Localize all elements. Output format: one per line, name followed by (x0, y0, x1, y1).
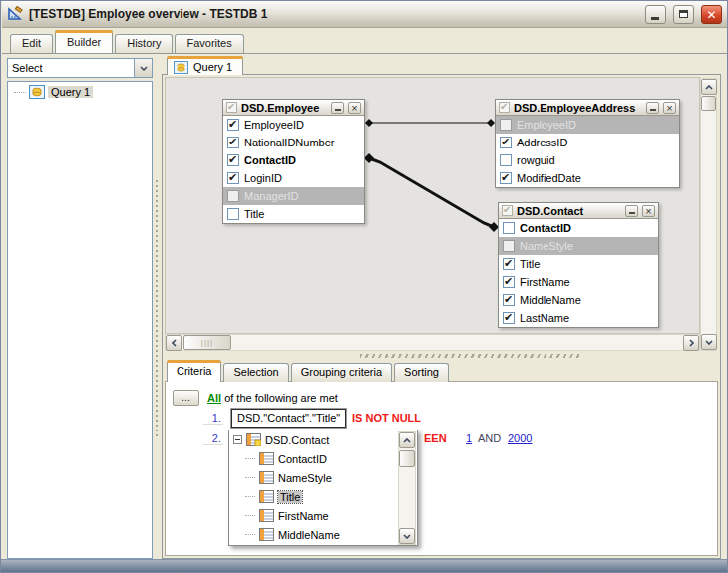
table-dsd-contact[interactable]: DSD.Contact ContactID NameStyle Title Fi… (498, 202, 659, 328)
splitter-grip (156, 180, 158, 439)
criteria-row2-number[interactable]: 2. (203, 432, 223, 445)
checkbox-icon[interactable] (500, 137, 512, 148)
checkbox-icon[interactable] (503, 312, 515, 324)
field-row[interactable]: Title (223, 205, 364, 223)
criteria-row2-value1[interactable]: 1 (466, 432, 472, 444)
diagram-vscrollbar[interactable] (700, 78, 717, 351)
dropdown-item[interactable]: MiddleName (229, 525, 417, 544)
minimize-table-button[interactable] (625, 205, 638, 217)
tree-connector (245, 496, 255, 497)
field-row[interactable]: EmployeeID (223, 116, 364, 134)
query-tree[interactable]: Query 1 (7, 81, 153, 559)
field-row[interactable]: LoginID (223, 169, 364, 187)
join-line-employeeid[interactable] (365, 119, 495, 127)
table-dsd-employeeaddress[interactable]: DSD.EmployeeAddress EmployeeID AddressID… (495, 99, 680, 188)
scroll-left-button[interactable] (166, 335, 182, 351)
window-bottom-edge[interactable] (1, 559, 728, 572)
close-table-button[interactable] (348, 102, 361, 114)
field-row[interactable]: ContactID (499, 219, 658, 237)
criteria-row1-field[interactable]: DSD."Contact"."Title" (231, 409, 346, 428)
dropdown-item[interactable]: NameStyle (229, 468, 417, 487)
field-row[interactable]: Title (499, 255, 658, 273)
scroll-up-button[interactable] (399, 432, 415, 448)
checkbox-icon[interactable] (503, 294, 515, 306)
scroll-up-button[interactable] (701, 79, 717, 95)
close-button[interactable] (701, 5, 722, 24)
tab-favorites[interactable]: Favorites (175, 34, 243, 53)
field-row[interactable]: NationalIDNumber (223, 134, 364, 151)
field-row[interactable]: FirstName (499, 273, 658, 291)
field-row[interactable]: MiddleName (499, 291, 658, 309)
tab-query1[interactable]: Query 1 (167, 56, 243, 75)
table-header[interactable]: DSD.Contact (499, 203, 658, 219)
criteria-row1-operator[interactable]: IS NOT NULL (352, 412, 421, 424)
table-checkbox-icon[interactable] (502, 205, 513, 216)
combo-drop-button[interactable] (134, 59, 152, 77)
join-line-contactid[interactable] (364, 153, 499, 232)
field-row[interactable]: ModifiedDate (496, 169, 679, 187)
scroll-thumb[interactable] (399, 450, 415, 467)
field-row[interactable]: ContactID (223, 151, 364, 169)
query-type-select[interactable]: Select (7, 58, 153, 78)
titlebar[interactable]: [TESTDB] Employee overview - TESTDB 1 (2, 1, 727, 28)
tree-item-query1[interactable]: Query 1 (8, 82, 152, 99)
dropdown-scrollbar[interactable] (398, 431, 416, 545)
checkbox-icon[interactable] (503, 258, 515, 270)
minimize-button[interactable] (645, 5, 666, 24)
diagram-hscrollbar[interactable]: |||| (165, 334, 700, 351)
collapse-icon[interactable] (233, 435, 242, 444)
table-header[interactable]: DSD.EmployeeAddress (496, 100, 679, 116)
table-checkbox-icon[interactable] (499, 102, 510, 113)
field-row[interactable]: NameStyle (499, 237, 658, 255)
maximize-button[interactable] (673, 5, 694, 24)
criteria-options-button[interactable]: ... (173, 390, 199, 406)
scroll-down-button[interactable] (399, 528, 415, 544)
dropdown-item[interactable]: ContactID (229, 449, 417, 468)
minimize-table-button[interactable] (646, 102, 659, 114)
minimize-table-button[interactable] (331, 102, 344, 114)
scroll-right-button[interactable] (683, 335, 699, 351)
table-checkbox-icon[interactable] (226, 102, 237, 113)
checkbox-icon[interactable] (503, 222, 515, 234)
dropdown-item-selected[interactable]: Title (229, 487, 417, 506)
scroll-thumb[interactable] (701, 96, 716, 111)
checkbox-icon[interactable] (227, 208, 239, 220)
field-row[interactable]: EmployeeID (496, 116, 679, 134)
tab-builder[interactable]: Builder (55, 30, 113, 53)
field-row[interactable]: rowguid (496, 151, 679, 169)
dropdown-item[interactable]: FirstName (229, 506, 417, 525)
criteria-row1-number[interactable]: 1. (203, 412, 223, 425)
minimize-icon (650, 109, 656, 111)
all-any-link[interactable]: All (207, 392, 221, 404)
close-table-button[interactable] (642, 205, 655, 217)
scroll-thumb[interactable]: |||| (183, 335, 231, 350)
field-row[interactable]: LastName (499, 309, 658, 327)
horizontal-splitter[interactable] (360, 354, 579, 358)
field-row[interactable]: AddressID (496, 134, 679, 151)
table-dsd-employee[interactable]: DSD.Employee EmployeeID NationalIDNumber… (222, 99, 365, 224)
table-header[interactable]: DSD.Employee (223, 100, 364, 116)
checkbox-icon[interactable] (227, 154, 239, 166)
scroll-down-button[interactable] (701, 334, 717, 350)
dropdown-root-item[interactable]: DSD.Contact (229, 430, 417, 449)
checkbox-icon[interactable] (503, 276, 515, 288)
tab-edit[interactable]: Edit (10, 34, 53, 53)
criteria-row2-value2[interactable]: 2000 (508, 432, 532, 444)
vertical-splitter[interactable] (154, 56, 160, 559)
close-table-button[interactable] (663, 102, 676, 114)
checkbox-icon[interactable] (227, 119, 239, 131)
checkbox-icon[interactable] (503, 240, 515, 252)
checkbox-icon[interactable] (227, 190, 239, 202)
checkbox-icon[interactable] (227, 172, 239, 184)
tab-sorting[interactable]: Sorting (394, 363, 449, 382)
checkbox-icon[interactable] (500, 154, 512, 166)
tab-grouping-criteria[interactable]: Grouping criteria (291, 363, 392, 382)
tab-history[interactable]: History (115, 34, 173, 53)
checkbox-icon[interactable] (227, 137, 239, 148)
field-picker-dropdown[interactable]: DSD.Contact ContactID NameStyle Title Fi… (228, 430, 418, 546)
tab-criteria[interactable]: Criteria (167, 360, 221, 382)
checkbox-icon[interactable] (500, 172, 512, 184)
field-row[interactable]: ManagerID (223, 187, 364, 205)
tab-selection[interactable]: Selection (223, 363, 288, 382)
checkbox-icon[interactable] (500, 119, 512, 131)
